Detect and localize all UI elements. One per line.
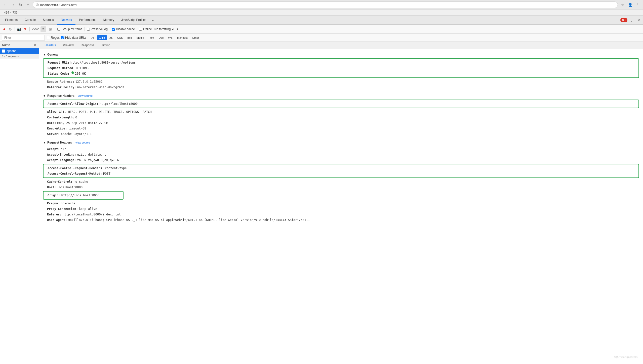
header-name-access-control-allow-origin: Access-Control-Allow-Origin: — [48, 102, 98, 106]
details-panel: Headers Preview Response Timing ▼ — [39, 42, 643, 364]
view-detail-button[interactable]: ⊞ — [48, 26, 53, 32]
header-name-accept: Accept: — [47, 147, 60, 151]
table-row: Request URL: http://localhost:8080/serve… — [44, 60, 638, 65]
home-button[interactable]: ⌂ — [25, 2, 31, 8]
offline-checkbox[interactable]: Offline — [139, 27, 152, 31]
table-row: User-Agent: Mozilla/5.0 (iPhone; CPU iPh… — [43, 217, 639, 223]
table-row: Status Code: 200 OK — [44, 71, 638, 76]
table-row: Remote Address: 127.0.0.1:55961 — [43, 79, 639, 84]
table-row: Accept: */* — [43, 146, 639, 152]
header-name-proxy-connection: Proxy-Connection: — [47, 207, 78, 211]
record-button[interactable]: ● — [2, 27, 7, 31]
browser-actions: ☆ 👤 ⋮ — [620, 2, 640, 8]
tab-memory[interactable]: Memory — [100, 16, 118, 25]
request-headers-view-source[interactable]: view source — [75, 141, 90, 144]
view-list-button[interactable]: ≡ — [41, 26, 46, 32]
header-value-request-url: http://localhost:8080/server/options — [70, 60, 136, 65]
menu-button[interactable]: ⋮ — [635, 2, 640, 8]
devtools-tab-close-area: ✕ 1 ⋮ ✕ — [620, 17, 641, 23]
status-dot-icon — [71, 71, 74, 74]
clear-button[interactable]: ⊘ — [8, 27, 13, 31]
header-value-server: Apache-Coyote/1.1 — [61, 132, 92, 136]
filter-type-img[interactable]: Img — [125, 35, 134, 40]
filter-type-js[interactable]: JS — [107, 35, 115, 40]
devtools-close-button[interactable]: ✕ — [636, 17, 641, 23]
tab-overflow-button[interactable]: » — [150, 18, 155, 22]
filter-options: Regex Hide data URLs All XHR JS CSS Img … — [47, 35, 641, 40]
header-name-keep-alive: Keep-Alive: — [47, 126, 67, 131]
request-headers-section-header[interactable]: ▼ Request Headers view source — [43, 140, 639, 145]
filter-type-other[interactable]: Other — [190, 35, 201, 40]
request-item-options[interactable]: options — [0, 48, 39, 54]
filter-type-media[interactable]: Media — [135, 35, 146, 40]
filter-type-font[interactable]: Font — [147, 35, 156, 40]
requests-status: 1 / 3 requests | — [2, 55, 20, 58]
reload-button[interactable]: ↻ — [18, 2, 23, 8]
lock-icon: ⓘ — [36, 3, 39, 7]
devtools-customize-button[interactable]: ⋮ — [629, 17, 634, 23]
filter-type-doc[interactable]: Doc — [157, 35, 166, 40]
table-row: Access-Control-Allow-Origin: http://loca… — [44, 101, 638, 107]
star-button[interactable]: ☆ — [620, 2, 625, 8]
toolbar-separator-6 — [137, 27, 137, 31]
header-value-access-control-request-headers: content-type — [105, 166, 127, 170]
throttle-select[interactable]: No throttling — [153, 27, 175, 31]
general-section-header[interactable]: ▼ General — [43, 52, 639, 57]
details-tab-response[interactable]: Response — [77, 42, 98, 49]
filter-type-all[interactable]: All — [89, 35, 96, 40]
tab-elements[interactable]: Elements — [2, 16, 21, 25]
filter-type-css[interactable]: CSS — [115, 35, 125, 40]
filter-type-manifest[interactable]: Manifest — [175, 35, 190, 40]
address-text: localhost:8000/index.html — [40, 3, 77, 7]
tab-js-profiler[interactable]: JavaScript Profiler — [118, 16, 149, 25]
address-bar[interactable]: ⓘ localhost:8000/index.html — [33, 2, 618, 8]
devtools-tab-bar: Elements Console Sources Network Perform… — [0, 16, 643, 25]
header-name-accept-language: Accept-Language: — [47, 158, 76, 162]
filter-type-buttons: All XHR JS CSS Img Media Font Doc WS Man… — [89, 35, 201, 40]
details-content: ▼ General Request URL: http://localhost:… — [39, 49, 643, 364]
filter-type-xhr[interactable]: XHR — [97, 35, 107, 40]
header-value-referer: http://localhost:8000/index.html — [63, 212, 121, 217]
header-value-remote-address: 127.0.0.1:55961 — [75, 79, 102, 84]
regex-checkbox[interactable]: Regex — [47, 36, 60, 39]
header-name-access-control-request-headers: Access-Control-Request-Headers: — [48, 166, 104, 170]
filter-type-ws[interactable]: WS — [166, 35, 175, 40]
preserve-log-checkbox[interactable]: Preserve log — [87, 27, 108, 31]
filter-input[interactable] — [2, 35, 45, 40]
toolbar-separator-3 — [55, 27, 55, 31]
header-value-request-method: OPTIONS — [76, 66, 89, 70]
disable-cache-checkbox[interactable]: Disable cache — [112, 27, 135, 31]
camera-button[interactable]: 📷 — [17, 27, 21, 31]
extensions-button[interactable]: 👤 — [627, 2, 633, 8]
forward-button[interactable]: → — [10, 2, 16, 8]
hide-data-urls-checkbox[interactable]: Hide data URLs — [61, 36, 87, 39]
response-headers-section-header[interactable]: ▼ Response Headers view source — [43, 93, 639, 99]
tab-sources[interactable]: Sources — [39, 16, 57, 25]
response-headers-toggle-icon: ▼ — [43, 94, 46, 97]
requests-header-name: Name — [2, 43, 34, 47]
browser-chrome: ← → ↻ ⌂ ⓘ localhost:8000/index.html ☆ 👤 … — [0, 0, 643, 10]
tab-network[interactable]: Network — [57, 16, 75, 25]
browser-toolbar: ← → ↻ ⌂ ⓘ localhost:8000/index.html ☆ 👤 … — [0, 0, 643, 10]
header-value-access-control-request-method: POST — [103, 171, 110, 176]
tab-console[interactable]: Console — [21, 16, 39, 25]
table-row: Keep-Alive: timeout=38 — [43, 126, 639, 131]
filter-funnel-button[interactable]: ▼ — [23, 27, 27, 31]
toolbar-separator-1 — [15, 27, 15, 31]
main-area: Name ✕ options 1 / 3 requests | Headers … — [0, 42, 643, 364]
header-name-request-method: Request Method: — [48, 66, 75, 70]
details-tab-preview[interactable]: Preview — [59, 42, 77, 49]
group-by-frame-checkbox[interactable]: Group by frame — [57, 27, 82, 31]
header-value-allow: GET, HEAD, POST, PUT, DELETE, TRACE, OPT… — [59, 110, 151, 114]
details-tab-timing[interactable]: Timing — [98, 42, 114, 49]
table-row: Date: Mon, 25 Sep 2017 03:12:27 GMT — [43, 120, 639, 126]
device-dimensions-bar: 414 × 736 — [0, 10, 643, 16]
header-value-status-code: 200 OK — [75, 71, 86, 76]
back-button[interactable]: ← — [3, 2, 8, 8]
request-headers-section: ▼ Request Headers view source Accept: */… — [43, 140, 639, 223]
details-tab-headers[interactable]: Headers — [41, 42, 59, 49]
requests-close-button[interactable]: ✕ — [34, 43, 37, 47]
tab-performance[interactable]: Performance — [75, 16, 100, 25]
response-headers-view-source[interactable]: view source — [78, 94, 93, 97]
request-icon — [2, 50, 5, 53]
